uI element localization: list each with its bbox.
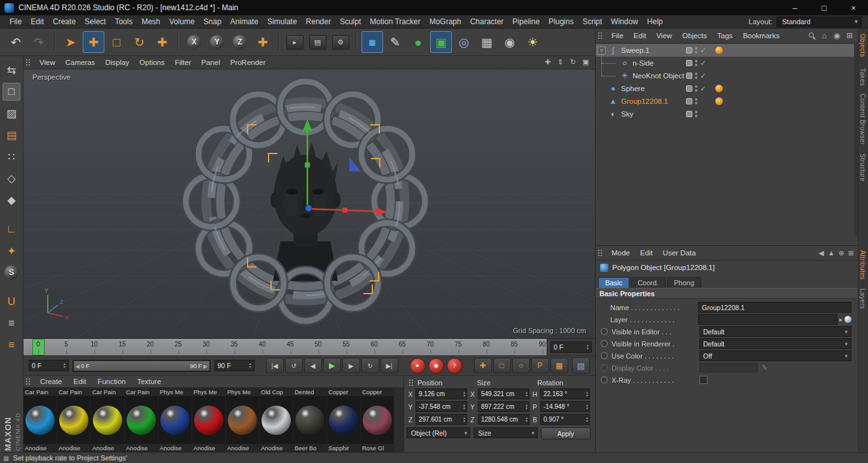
camera-button[interactable]: ◉ (499, 31, 521, 53)
vpmenu-filter[interactable]: Filter (170, 59, 197, 66)
menu-render[interactable]: Render (302, 17, 335, 26)
material-thumbnail[interactable] (327, 396, 360, 444)
enabled-check-icon[interactable] (700, 71, 706, 80)
key-scale-button[interactable]: □ (493, 358, 511, 373)
frame-spinner-field[interactable]: 0 F (550, 341, 592, 353)
key-pla-button[interactable]: ▦ (550, 358, 568, 373)
material-thumbnail[interactable] (158, 396, 192, 444)
object-name[interactable]: Sky (621, 110, 633, 118)
basic-properties-header[interactable]: Basic Properties (596, 288, 858, 299)
material-thumbnail[interactable] (293, 396, 326, 444)
size-z-field[interactable]: 1280.548 cm (478, 414, 529, 425)
material-thumbnail[interactable] (91, 396, 124, 444)
material-thumbnail[interactable] (226, 396, 259, 444)
side-tab-objects[interactable]: Objects (859, 34, 866, 57)
pen-spline-button[interactable]: ✎ (384, 31, 406, 53)
spinner-icon[interactable] (463, 404, 465, 410)
side-tab-attributes[interactable]: Attributes (859, 250, 866, 280)
object-row-nside[interactable]: ○ n-Side (596, 57, 854, 69)
om-menu-bookmarks[interactable]: Bookmarks (738, 32, 785, 39)
menu-plugins[interactable]: Plugins (544, 17, 578, 26)
render-picture-viewer-button[interactable]: ▤ (307, 31, 328, 53)
spinner-icon[interactable] (526, 391, 528, 397)
visibility-dots[interactable] (695, 73, 697, 79)
layer-input[interactable] (698, 314, 837, 325)
vpmenu-display[interactable]: Display (100, 59, 134, 66)
subdivision-surface-button[interactable]: ● (407, 31, 429, 53)
menu-select[interactable]: Select (80, 17, 110, 26)
points-mode-button[interactable]: ∷ (3, 148, 20, 166)
move-tool-button[interactable]: ✚ (83, 31, 104, 53)
key-parameter-button[interactable]: P (531, 358, 549, 373)
render-settings-button[interactable]: ⚙ (330, 31, 351, 53)
play-button[interactable]: ▶ (323, 358, 341, 373)
material-item[interactable]: CopperSapphir (327, 388, 361, 452)
am-menu-user-data[interactable]: User Data (658, 249, 701, 257)
search-icon[interactable] (809, 32, 816, 39)
vpmenu-options[interactable]: Options (134, 59, 170, 66)
home-icon[interactable]: ⌂ (820, 31, 829, 40)
eyedropper-icon[interactable]: ✎ (762, 364, 767, 372)
last-tool-button[interactable]: ✚ (151, 31, 173, 53)
material-menu-create[interactable]: Create (34, 378, 68, 385)
coordinate-system-button[interactable]: ✚ (252, 31, 274, 53)
material-tag-icon[interactable] (715, 97, 723, 105)
material-thumbnail[interactable] (361, 396, 394, 444)
menu-edit[interactable]: Edit (26, 17, 48, 26)
material-thumbnail[interactable] (57, 396, 90, 444)
render-view-button[interactable]: ▸ (284, 31, 305, 53)
visibility-dots[interactable] (695, 47, 697, 53)
visible-renderer-dropdown[interactable]: Default (699, 338, 851, 349)
enabled-check-icon[interactable] (700, 59, 706, 68)
spinner-icon[interactable] (463, 391, 465, 397)
size-y-field[interactable]: 897.222 cm (478, 401, 529, 412)
position-y-field[interactable]: -37.548 cm (416, 401, 467, 412)
menu-sculpt[interactable]: Sculpt (335, 17, 365, 26)
lock-icon[interactable]: ⊕ (839, 249, 844, 257)
menu-window[interactable]: Window (606, 17, 643, 26)
snap-toggle-button[interactable]: U (3, 293, 20, 311)
panel-grip[interactable] (25, 59, 31, 66)
object-row-sky[interactable]: ◐ Sky (596, 108, 854, 120)
xray-checkbox[interactable] (699, 376, 708, 384)
perspective-viewport[interactable]: Y X Z Perspective Grid Spacing : 1000 cm (24, 69, 595, 339)
menu-mesh[interactable]: Mesh (137, 17, 164, 26)
tab-basic[interactable]: Basic (598, 277, 629, 288)
material-thumbnail[interactable] (125, 396, 158, 444)
end-frame-field[interactable]: 90 F (214, 360, 255, 371)
rotation-b-field[interactable]: 0.907 ° (540, 414, 590, 425)
menu-animate[interactable]: Animate (226, 17, 263, 26)
side-tab-layers[interactable]: Layers (859, 288, 866, 309)
om-menu-tags[interactable]: Tags (712, 32, 738, 39)
menu-tools[interactable]: Tools (110, 17, 137, 26)
layer-browse-icon[interactable]: ▸ (839, 316, 843, 323)
material-thumbnail[interactable] (260, 396, 293, 444)
material-item[interactable]: Phys MeAnodise (226, 388, 260, 452)
object-row-neoknot[interactable]: ✳ NeoKnot Object (596, 69, 854, 82)
live-selection-button[interactable]: ➤ (60, 31, 81, 53)
material-menu-function[interactable]: Function (92, 378, 131, 385)
previous-frame-button[interactable]: ◀ (304, 358, 322, 373)
enabled-check-icon[interactable] (700, 46, 706, 55)
menu-simulate[interactable]: Simulate (263, 17, 302, 26)
object-name[interactable]: n-Side (633, 59, 654, 67)
menu-create[interactable]: Create (48, 17, 80, 26)
quantize-button[interactable]: ≡ (3, 315, 20, 332)
metaball-button[interactable]: ◎ (453, 31, 475, 53)
size-mode-dropdown[interactable]: Size (473, 427, 537, 438)
layer-chip-icon[interactable] (686, 111, 692, 117)
edges-mode-button[interactable]: ◇ (3, 169, 20, 187)
range-start-handle[interactable]: 0 F (76, 362, 90, 369)
side-tab-content-browser[interactable]: Content Browser (859, 94, 866, 145)
lock-z-button[interactable]: Z (229, 31, 251, 53)
nav-back-icon[interactable]: ◀ (818, 249, 823, 257)
am-menu-edit[interactable]: Edit (635, 249, 658, 257)
loop-button[interactable]: ↻ (361, 358, 379, 373)
menu-character[interactable]: Character (466, 17, 508, 26)
layer-palette-button[interactable]: ≡ (3, 336, 20, 354)
panel-grip[interactable] (598, 32, 603, 39)
pointer-icon[interactable]: ▲ (828, 249, 835, 257)
scale-tool-button[interactable]: □ (106, 31, 127, 53)
om-menu-file[interactable]: File (606, 32, 629, 39)
om-menu-view[interactable]: View (651, 32, 677, 39)
